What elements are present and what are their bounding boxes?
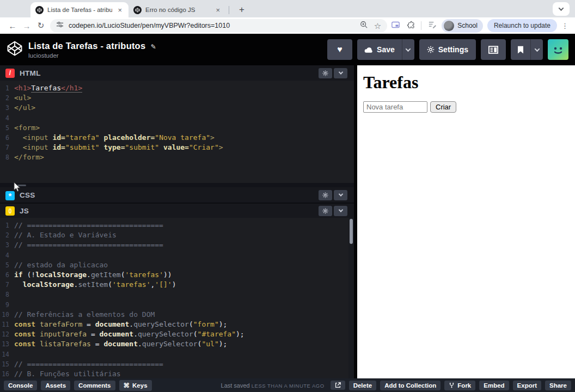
bookmark-button[interactable] [511, 39, 530, 60]
code-line[interactable]: 3</ul> [0, 103, 354, 113]
save-button-group: Save [357, 39, 414, 60]
last-saved-label: Last saved [221, 382, 250, 389]
edit-title-icon[interactable]: ✎ [151, 43, 156, 51]
codepen-header: Lista de Tarefas - atributos ✎ luciostud… [0, 34, 575, 65]
html-settings-button[interactable] [319, 68, 332, 78]
code-line[interactable]: 13const listaTarefas = document.querySel… [0, 339, 354, 349]
like-button[interactable]: ♥ [327, 39, 352, 60]
reload-button[interactable]: ↻ [34, 21, 48, 30]
url-text[interactable]: codepen.io/LucioStuder/pen/myVBPWr?edito… [69, 22, 230, 29]
code-line[interactable]: 8 [0, 290, 354, 299]
bookmark-icon [517, 46, 524, 54]
code-line[interactable]: 6 <input id="tarefa" placeholder="Nova t… [0, 133, 354, 143]
panel-resize-handle[interactable] [0, 183, 354, 187]
save-dropdown-button[interactable] [402, 39, 414, 60]
pip-extension-icon[interactable] [392, 21, 400, 30]
export-button[interactable]: Export [513, 381, 541, 390]
command-icon: ⌘ [124, 382, 130, 389]
html-code-editor[interactable]: 1<h1>Tarefas</h1>2<ul>3</ul>45<form>6 <i… [0, 81, 354, 183]
js-panel-header[interactable]: () JS [0, 204, 354, 218]
bookmark-dropdown-button[interactable] [530, 39, 543, 60]
console-button[interactable]: Console [4, 381, 37, 390]
tab-close-icon[interactable]: × [116, 6, 124, 14]
code-line[interactable]: 16// B. Funções utilitárias [0, 369, 354, 378]
profile-chip[interactable]: School [442, 19, 483, 33]
code-line[interactable]: 12const inputTarefa = document.querySele… [0, 329, 354, 339]
preview-form: Criar [363, 101, 575, 113]
js-settings-button[interactable] [319, 206, 332, 216]
code-line[interactable]: 2// A. Estado e Variáveis [0, 230, 354, 240]
bottom-bar: Console Assets Comments ⌘ Keys Last save… [0, 378, 575, 392]
browser-menu-icon[interactable]: ⋮ [560, 22, 570, 30]
js-collapse-button[interactable] [334, 206, 347, 216]
extensions-area [392, 21, 436, 31]
heart-icon: ♥ [337, 45, 342, 54]
code-line[interactable]: 7 localStorage.setItem('tarefas','[]') [0, 280, 354, 290]
reading-list-icon[interactable] [428, 21, 436, 31]
new-task-input[interactable] [363, 101, 427, 113]
site-info-icon[interactable] [56, 21, 64, 30]
open-live-view-button[interactable] [331, 381, 345, 390]
code-line[interactable]: 8</form> [0, 152, 354, 162]
keys-button[interactable]: ⌘ Keys [119, 380, 152, 391]
browser-toolbar: ← → ↻ codepen.io/LucioStuder/pen/myVBPWr… [0, 17, 575, 34]
code-line[interactable]: 14 [0, 350, 354, 359]
tab-search-button[interactable] [553, 2, 570, 16]
preview-heading: Tarefas [363, 72, 575, 93]
code-line[interactable]: 7 <input id="submit" type="submit" value… [0, 143, 354, 152]
comments-button[interactable]: Comments [74, 381, 115, 390]
share-button[interactable]: Share [545, 381, 571, 390]
address-bar[interactable]: codepen.io/LucioStuder/pen/myVBPWr?edito… [50, 19, 387, 33]
new-tab-button[interactable]: + [236, 4, 248, 15]
editor-column: / HTML 1<h1>Tarefas</h1>2<ul>3</ul>45<fo… [0, 65, 354, 378]
save-button[interactable]: Save [357, 39, 402, 60]
relaunch-to-update-button[interactable]: Relaunch to update [487, 19, 557, 32]
profile-name: School [457, 22, 478, 29]
scrollbar-thumb[interactable] [350, 219, 353, 244]
forward-button[interactable]: → [20, 21, 34, 30]
js-code-editor[interactable]: 1// ================================2// … [0, 218, 354, 378]
chevron-down-icon [559, 5, 564, 11]
chevron-down-icon [534, 46, 540, 52]
code-line[interactable]: 5// estado da aplicacao [0, 260, 354, 270]
create-task-button[interactable]: Criar [430, 101, 456, 113]
zoom-icon[interactable] [360, 21, 368, 30]
html-collapse-button[interactable] [334, 68, 347, 78]
html-panel-header[interactable]: / HTML [0, 65, 354, 81]
code-line[interactable]: 4 [0, 113, 354, 123]
code-line[interactable]: 4 [0, 250, 354, 260]
code-line[interactable]: 2<ul> [0, 93, 354, 103]
bookmark-star-icon[interactable]: ☆ [374, 22, 381, 30]
fork-button[interactable]: Fork [444, 381, 475, 390]
html-panel-label: HTML [20, 69, 41, 77]
embed-button[interactable]: Embed [479, 381, 509, 390]
delete-button[interactable]: Delete [349, 381, 377, 390]
assets-button[interactable]: Assets [41, 381, 70, 390]
code-line[interactable]: 6if (!localStorage.getItem('tarefas')) [0, 270, 354, 280]
code-line[interactable]: 10// Referências a elementos do DOM [0, 310, 354, 320]
settings-button[interactable]: Settings [419, 39, 476, 60]
css-settings-button[interactable] [319, 190, 332, 200]
back-button[interactable]: ← [5, 21, 20, 30]
code-line[interactable]: 11const tarefaForm = document.querySelec… [0, 320, 354, 329]
fork-label: Fork [457, 382, 471, 389]
code-line[interactable]: 1// ================================ [0, 220, 354, 230]
user-avatar[interactable] [548, 39, 568, 60]
codepen-logo-icon[interactable] [7, 40, 23, 59]
css-collapse-button[interactable] [334, 190, 347, 200]
browser-tab-inactive[interactable]: Erro no código JS × [129, 2, 227, 17]
pen-author[interactable]: luciostuder [28, 52, 156, 59]
browser-tab-active[interactable]: Lista de Tarefas - atributos × [30, 2, 129, 17]
add-to-collection-button[interactable]: Add to Collection [380, 381, 441, 390]
chevron-down-icon [338, 70, 342, 74]
last-saved-time: LESS THAN A MINUTE AGO [252, 383, 325, 389]
code-line[interactable]: 9 [0, 300, 354, 310]
code-line[interactable]: 15// ================================ [0, 359, 354, 369]
code-line[interactable]: 3// ================================ [0, 240, 354, 250]
code-line[interactable]: 1<h1>Tarefas</h1> [0, 83, 354, 93]
tab-close-icon[interactable]: × [214, 6, 222, 14]
extensions-puzzle-icon[interactable] [406, 21, 414, 31]
change-view-button[interactable] [481, 39, 506, 60]
css-panel-header[interactable]: * CSS [0, 187, 354, 203]
code-line[interactable]: 5<form> [0, 123, 354, 133]
